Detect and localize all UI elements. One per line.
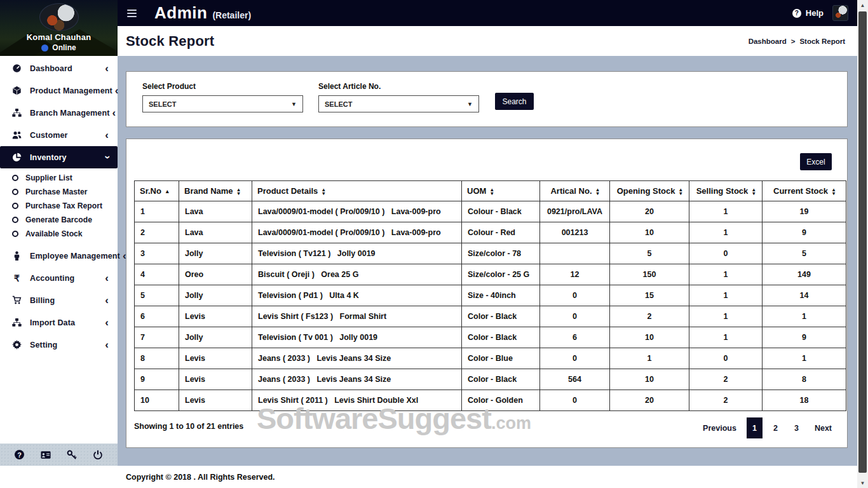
cell-uom: Colour - Red bbox=[462, 222, 540, 243]
column-header-label: Current Stock bbox=[773, 186, 828, 196]
scrollbar-down-arrow-icon[interactable]: ▼ bbox=[857, 478, 868, 488]
pagination-page-3[interactable]: 3 bbox=[789, 417, 804, 438]
cell-selling-stock: 1 bbox=[689, 222, 763, 243]
window-scrollbar[interactable]: ▲ ▼ bbox=[857, 0, 868, 488]
excel-export-button[interactable]: Excel bbox=[800, 153, 832, 170]
dashboard-icon bbox=[11, 64, 22, 74]
sidebar-item-employee-management[interactable]: Employee Management‹ bbox=[0, 245, 118, 267]
sidebar-item-label: Accounting bbox=[30, 274, 102, 283]
cell-uom: Size - 40inch bbox=[462, 285, 540, 306]
sidebar-item-dashboard[interactable]: Dashboard‹ bbox=[0, 57, 118, 79]
sidebar-item-inventory[interactable]: Inventory‹ bbox=[0, 146, 118, 168]
sidebar-subitem-label: Generate Barcode bbox=[25, 215, 92, 224]
cell-artical-no: 564 bbox=[540, 369, 610, 390]
scrollbar-up-arrow-icon[interactable]: ▲ bbox=[857, 0, 868, 10]
id-card-icon[interactable] bbox=[40, 449, 51, 461]
sidebar: Komal Chauhan Online Dashboard‹Product M… bbox=[0, 0, 118, 466]
breadcrumb: Dashboard > Stock Report bbox=[749, 37, 845, 45]
chevron-left-icon: ‹ bbox=[123, 250, 126, 261]
cell-artical-no: 0921/pro/LAVA bbox=[540, 201, 610, 222]
cell-opening-stock: 10 bbox=[610, 327, 689, 348]
chevron-down-icon: ▼ bbox=[467, 101, 473, 107]
help-label: Help bbox=[806, 8, 824, 18]
column-header-current-stock[interactable]: Current Stock▴▾ bbox=[763, 181, 846, 201]
cell-uom: Color - Blue bbox=[462, 348, 540, 369]
cell-selling-stock: 0 bbox=[689, 348, 763, 369]
sidebar-item-customer[interactable]: Customer‹ bbox=[0, 124, 118, 146]
sidebar-item-label: Branch Management bbox=[30, 109, 110, 118]
cell-sr-no: 5 bbox=[135, 285, 179, 306]
cell-sr-no: 1 bbox=[135, 201, 179, 222]
sidebar-item-product-management[interactable]: Product Management‹ bbox=[0, 79, 118, 102]
copyright-text: Copyright © 2018 . All Rights Reserved. bbox=[126, 473, 275, 482]
hamburger-menu-icon[interactable] bbox=[127, 10, 137, 17]
sidebar-subitem-purchase-tax-report[interactable]: Purchase Tax Report bbox=[0, 199, 118, 213]
scrollbar-thumb[interactable] bbox=[858, 11, 867, 473]
pagination-pages: 123 bbox=[747, 417, 804, 438]
cell-opening-stock: 5 bbox=[610, 243, 689, 264]
product-select[interactable]: SELECT ▼ bbox=[142, 95, 303, 112]
topbar-avatar[interactable] bbox=[832, 5, 848, 21]
sidebar-subitem-purchase-master[interactable]: Purchase Master bbox=[0, 185, 118, 199]
showing-entries-text: Showing 1 to 10 of 21 entries bbox=[134, 422, 243, 431]
chevron-down-icon: ▼ bbox=[291, 101, 297, 107]
sidebar-item-billing[interactable]: Billing‹ bbox=[0, 289, 118, 311]
profile-status-label: Online bbox=[52, 43, 76, 52]
search-button[interactable]: Search bbox=[495, 93, 534, 110]
cell-selling-stock: 2 bbox=[689, 390, 763, 411]
sidebar-subitem-supplier-list[interactable]: Supplier List bbox=[0, 171, 118, 185]
column-header-brand-name[interactable]: Brand Name▴▾ bbox=[179, 181, 252, 201]
help-icon[interactable]: ? bbox=[14, 449, 25, 461]
cell-current-stock: 18 bbox=[763, 390, 846, 411]
column-header-sr-no[interactable]: Sr.No▴ bbox=[135, 181, 179, 201]
column-header-opening-stock[interactable]: Opening Stock▴▾ bbox=[610, 181, 689, 201]
profile-panel: Komal Chauhan Online bbox=[0, 0, 118, 56]
column-header-artical-no[interactable]: Artical No.▴▾ bbox=[540, 181, 610, 201]
article-select[interactable]: SELECT ▼ bbox=[318, 95, 479, 112]
sidebar-subitem-generate-barcode[interactable]: Generate Barcode bbox=[0, 213, 118, 227]
cell-brand-name: Jolly bbox=[179, 285, 252, 306]
column-header-selling-stock[interactable]: Selling Stock▴▾ bbox=[689, 181, 763, 201]
column-header-uom[interactable]: UOM▴▾ bbox=[462, 181, 540, 201]
cell-opening-stock: 10 bbox=[610, 222, 689, 243]
cell-brand-name: Levis bbox=[179, 348, 252, 369]
avatar[interactable] bbox=[39, 3, 79, 31]
sidebar-footer: ? bbox=[0, 444, 118, 466]
column-header-product-details[interactable]: Product Details▴▾ bbox=[252, 181, 462, 201]
cell-artical-no: 001213 bbox=[540, 222, 610, 243]
chevron-down-icon: ‹ bbox=[102, 156, 112, 159]
chevron-left-icon: ‹ bbox=[105, 273, 109, 283]
cell-sr-no: 3 bbox=[135, 243, 179, 264]
sidebar-item-label: Setting bbox=[30, 341, 102, 349]
question-mark: ? bbox=[15, 450, 24, 459]
cell-current-stock: 1 bbox=[763, 348, 846, 369]
cell-artical-no bbox=[540, 243, 610, 264]
column-header-label: Product Details bbox=[257, 186, 318, 196]
circle-icon bbox=[12, 175, 18, 181]
sort-icon: ▴▾ bbox=[238, 188, 240, 196]
pagination-page-1[interactable]: 1 bbox=[747, 417, 763, 438]
table-row: 9LevisJeans ( 2033 ) Levis Jeans 34 Size… bbox=[135, 369, 846, 390]
power-icon[interactable] bbox=[92, 449, 104, 461]
cell-selling-stock: 1 bbox=[689, 201, 763, 222]
table-card: Excel Sr.No▴Brand Name▴▾Product Details▴… bbox=[126, 139, 848, 448]
sort-icon: ▴▾ bbox=[597, 188, 599, 196]
sidebar-item-setting[interactable]: Setting‹ bbox=[0, 334, 118, 356]
pagination-next[interactable]: Next bbox=[815, 424, 832, 433]
cell-uom: Color - Black bbox=[462, 327, 540, 348]
breadcrumb-dashboard[interactable]: Dashboard bbox=[749, 37, 787, 45]
sidebar-item-branch-management[interactable]: Branch Management‹ bbox=[0, 102, 118, 124]
cell-selling-stock: 1 bbox=[689, 264, 763, 285]
chevron-left-icon: ‹ bbox=[105, 339, 109, 350]
cell-artical-no: 0 bbox=[540, 306, 610, 327]
sidebar-item-accounting[interactable]: ₹Accounting‹ bbox=[0, 267, 118, 289]
help-button[interactable]: ? Help bbox=[792, 8, 824, 18]
pagination-page-2[interactable]: 2 bbox=[768, 417, 783, 438]
cell-opening-stock: 2 bbox=[610, 306, 689, 327]
sidebar-item-import-data[interactable]: Import Data‹ bbox=[0, 311, 118, 334]
pagination-previous[interactable]: Previous bbox=[703, 424, 736, 433]
cell-product-details: Television ( Tv 001 ) Jolly 0019 bbox=[252, 327, 462, 348]
sidebar-subitem-available-stock[interactable]: Available Stock bbox=[0, 227, 118, 241]
key-icon[interactable] bbox=[66, 449, 78, 461]
select-article-label: Select Article No. bbox=[318, 82, 479, 91]
